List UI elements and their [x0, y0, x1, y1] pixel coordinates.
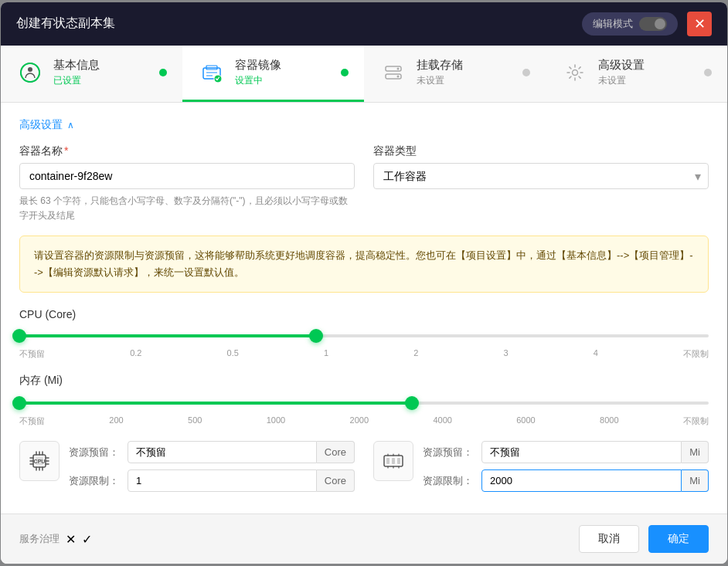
- memory-reserve-input-wrap: Mi: [481, 441, 709, 463]
- tab-basic-indicator: [159, 69, 167, 76]
- svg-point-2: [21, 63, 39, 82]
- toggle-knob: [655, 19, 665, 29]
- cpu-slider-track-wrapper[interactable]: [19, 328, 709, 344]
- mem-mark-7: 8000: [600, 415, 618, 427]
- container-name-hint: 最长 63 个字符，只能包含小写字母、数字及分隔符("-")，且必须以小写字母或…: [19, 194, 355, 223]
- memory-limit-unit: Mi: [682, 469, 709, 492]
- svg-point-1: [28, 67, 32, 72]
- tab-basic[interactable]: 基本信息 已设置: [1, 46, 182, 102]
- cancel-button[interactable]: 取消: [579, 525, 639, 553]
- cpu-resource-form: 资源预留： Core 资源限制： Core: [69, 441, 355, 498]
- alert-text: 请设置容器的资源限制与资源预留，这将能够帮助系统更好地调度容器，提高稳定性。您也…: [34, 249, 693, 278]
- tab-advanced-label: 高级设置: [598, 58, 645, 73]
- modal-title: 创建有状态副本集: [16, 15, 115, 32]
- tab-storage-indicator: [522, 69, 530, 76]
- cpu-limit-unit: Core: [317, 469, 355, 492]
- cpu-limit-label: 资源限制：: [69, 474, 121, 488]
- cpu-slider-track: [19, 334, 709, 337]
- tab-container[interactable]: 容器镜像 设置中: [182, 46, 364, 102]
- cpu-mark-3: 1: [324, 348, 328, 360]
- memory-resource-form: 资源预留： Mi 资源限制： Mi: [423, 441, 709, 498]
- cpu-slider-section: CPU (Core) 不预留 0.2 0.5 1 2 3 4 不: [19, 308, 709, 360]
- svg-rect-16: [392, 458, 395, 464]
- advanced-settings-icon: [561, 59, 589, 86]
- tab-bar: 基本信息 已设置 容器镜像: [1, 46, 727, 103]
- modal-header: 创建有状态副本集 编辑模式 ✕: [1, 2, 727, 46]
- mem-mark-0: 不预留: [19, 415, 45, 427]
- basic-icon: [16, 59, 44, 86]
- cpu-mark-2: 0.5: [227, 348, 239, 360]
- container-type-group: 容器类型 工作容器 初始化容器 边车容器 ▾: [373, 144, 709, 223]
- cpu-reserve-label: 资源预留：: [69, 446, 121, 459]
- tab-advanced-sub: 未设置: [598, 74, 645, 87]
- cpu-resource-col: CPU 资源预留： Core: [19, 441, 355, 498]
- memory-slider-thumb-left[interactable]: [12, 396, 26, 410]
- memory-slider-track: [19, 402, 709, 405]
- cpu-reserve-input-wrap: Core: [128, 441, 355, 463]
- tab-advanced-settings[interactable]: 高级设置 未设置: [546, 46, 727, 102]
- memory-resource-icon: [373, 441, 413, 481]
- cpu-slider-thumb-right[interactable]: [309, 329, 323, 343]
- inline-check-icon[interactable]: ✓: [82, 532, 92, 547]
- tab-container-label: 容器镜像: [235, 58, 281, 73]
- combined-footer: 服务治理 ✕ ✓ 取消 确定: [1, 513, 727, 564]
- memory-reserve-unit: Mi: [682, 441, 709, 463]
- cpu-mark-1: 0.2: [130, 348, 141, 360]
- container-name-group: 容器名称* 最长 63 个字符，只能包含小写字母、数字及分隔符("-")，且必须…: [19, 144, 355, 223]
- mem-mark-1: 200: [109, 415, 123, 427]
- memory-reserve-row: 资源预留： Mi: [423, 441, 709, 463]
- container-name-input[interactable]: [19, 163, 355, 189]
- form-row-container: 容器名称* 最长 63 个字符，只能包含小写字母、数字及分隔符("-")，且必须…: [19, 144, 709, 223]
- svg-rect-15: [386, 458, 390, 464]
- confirm-button[interactable]: 确定: [648, 525, 709, 553]
- svg-text:CPU: CPU: [34, 459, 46, 464]
- mem-mark-8: 不限制: [683, 415, 709, 427]
- memory-limit-row: 资源限制： Mi: [423, 469, 709, 492]
- memory-slider-track-wrapper[interactable]: [19, 395, 709, 411]
- cpu-reserve-input[interactable]: [128, 441, 317, 463]
- memory-slider-thumb-right[interactable]: [405, 396, 419, 410]
- memory-limit-input[interactable]: [481, 469, 682, 492]
- close-button[interactable]: ✕: [687, 12, 712, 36]
- cpu-slider-thumb-left[interactable]: [12, 329, 26, 343]
- mem-mark-3: 1000: [267, 415, 285, 427]
- svg-point-9: [397, 75, 400, 77]
- svg-point-8: [397, 67, 400, 69]
- inline-close-icon[interactable]: ✕: [66, 532, 76, 547]
- cpu-mark-6: 4: [594, 348, 598, 360]
- footer-right: 取消 确定: [560, 514, 727, 564]
- container-name-label: 容器名称*: [19, 144, 355, 158]
- tab-storage[interactable]: 挂载存储 未设置: [364, 46, 546, 102]
- cpu-limit-input[interactable]: [128, 469, 317, 492]
- container-type-select[interactable]: 工作容器 初始化容器 边车容器: [373, 163, 709, 189]
- edit-mode-toggle[interactable]: 编辑模式: [582, 12, 678, 36]
- tab-container-sub: 设置中: [235, 74, 281, 87]
- memory-slider-label: 内存 (Mi): [19, 374, 709, 388]
- cpu-resource-icon: CPU: [19, 441, 60, 481]
- container-type-label: 容器类型: [373, 144, 709, 158]
- storage-icon: [379, 59, 407, 86]
- advanced-toggle[interactable]: 高级设置 ∧: [19, 118, 709, 132]
- toggle-switch[interactable]: [639, 17, 667, 31]
- alert-box: 请设置容器的资源限制与资源预留，这将能够帮助系统更好地调度容器，提高稳定性。您也…: [19, 236, 709, 293]
- tab-advanced-indicator: [704, 69, 712, 76]
- tab-basic-label: 基本信息: [53, 58, 100, 73]
- cpu-reserve-row: 资源预留： Core: [69, 441, 355, 463]
- memory-resource-col: 资源预留： Mi 资源限制： Mi: [373, 441, 709, 498]
- cpu-limit-input-wrap: Core: [128, 469, 355, 492]
- svg-point-10: [573, 69, 578, 75]
- close-icon: ✕: [694, 15, 706, 32]
- footer-left: 服务治理 ✕ ✓: [1, 514, 560, 564]
- advanced-toggle-label: 高级设置: [19, 118, 63, 132]
- container-icon: [198, 59, 226, 86]
- tab-basic-sub: 已设置: [53, 74, 100, 87]
- tab-storage-label: 挂载存储: [417, 58, 463, 73]
- cpu-mark-7: 不限制: [683, 348, 709, 360]
- container-type-select-wrapper: 工作容器 初始化容器 边车容器 ▾: [373, 163, 709, 189]
- mem-mark-6: 6000: [516, 415, 535, 427]
- mem-mark-4: 2000: [350, 415, 369, 427]
- cpu-slider-marks: 不预留 0.2 0.5 1 2 3 4 不限制: [19, 348, 709, 360]
- chevron-up-icon: ∧: [67, 120, 74, 130]
- cpu-reserve-unit: Core: [317, 441, 355, 463]
- memory-reserve-input[interactable]: [481, 441, 682, 463]
